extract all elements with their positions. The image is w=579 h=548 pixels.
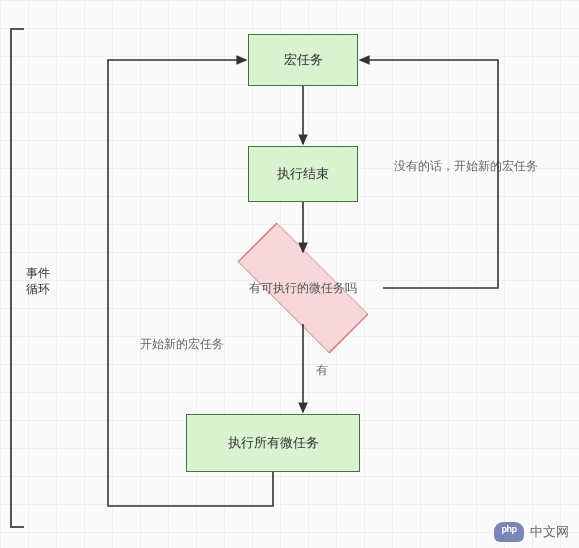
edge-yes-label: 有 bbox=[316, 362, 328, 379]
node-macro-task-label: 宏任务 bbox=[284, 51, 323, 69]
edge-new-macro-label-text: 开始新的宏任务 bbox=[140, 337, 224, 351]
bracket-label: 事件 循环 bbox=[26, 266, 50, 297]
php-logo-icon bbox=[494, 522, 524, 542]
node-has-micro-label: 有可执行的微任务吗 bbox=[223, 280, 383, 297]
node-macro-task: 宏任务 bbox=[248, 34, 358, 86]
node-exec-end-label: 执行结束 bbox=[277, 165, 329, 183]
edge-yes-label-text: 有 bbox=[316, 363, 328, 377]
edge-no-label: 没有的话，开始新的宏任务 bbox=[394, 158, 544, 175]
bracket-label-line1: 事件 循环 bbox=[26, 266, 50, 296]
bracket bbox=[10, 28, 24, 528]
node-exec-micro-label: 执行所有微任务 bbox=[228, 434, 319, 452]
node-exec-end: 执行结束 bbox=[248, 146, 358, 202]
node-has-micro: 有可执行的微任务吗 bbox=[223, 252, 383, 324]
edge-no-label-text: 没有的话，开始新的宏任务 bbox=[394, 159, 538, 173]
edge-new-macro-label: 开始新的宏任务 bbox=[140, 336, 224, 353]
node-exec-micro: 执行所有微任务 bbox=[186, 414, 360, 472]
watermark-text: 中文网 bbox=[530, 523, 569, 541]
watermark: 中文网 bbox=[494, 522, 569, 542]
